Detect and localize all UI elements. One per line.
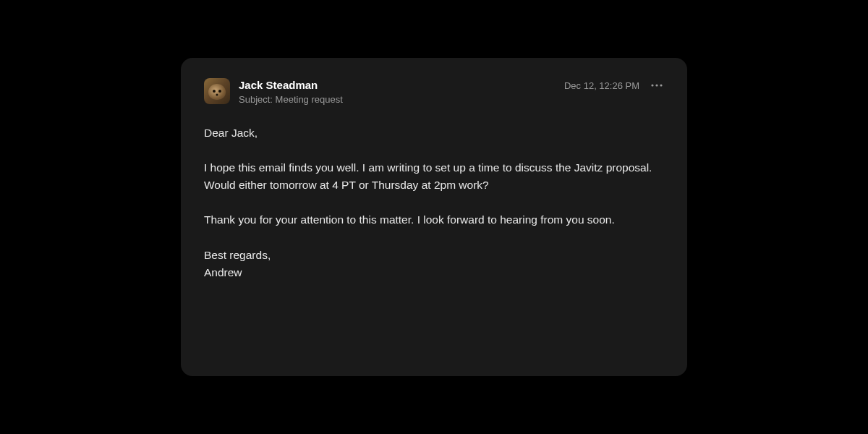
more-options-button[interactable] bbox=[650, 78, 664, 93]
sender-avatar[interactable] bbox=[204, 78, 230, 104]
more-horizontal-icon bbox=[651, 84, 663, 87]
sender-name: Jack Steadman bbox=[239, 78, 343, 93]
sender-info: Jack Steadman Subject: Meeting request bbox=[239, 78, 343, 106]
email-header: Jack Steadman Subject: Meeting request D… bbox=[204, 78, 664, 106]
subject-text: Meeting request bbox=[276, 94, 343, 105]
header-left: Jack Steadman Subject: Meeting request bbox=[204, 78, 343, 106]
svg-point-1 bbox=[655, 84, 658, 86]
header-right: Dec 12, 12:26 PM bbox=[564, 78, 664, 93]
svg-point-2 bbox=[660, 84, 662, 86]
svg-point-0 bbox=[651, 84, 653, 86]
email-body: Dear Jack, I hope this email finds you w… bbox=[204, 124, 664, 281]
subject-line: Subject: Meeting request bbox=[239, 94, 343, 106]
subject-prefix: Subject: bbox=[239, 94, 276, 105]
email-card: Jack Steadman Subject: Meeting request D… bbox=[181, 58, 687, 376]
timestamp: Dec 12, 12:26 PM bbox=[564, 80, 639, 91]
